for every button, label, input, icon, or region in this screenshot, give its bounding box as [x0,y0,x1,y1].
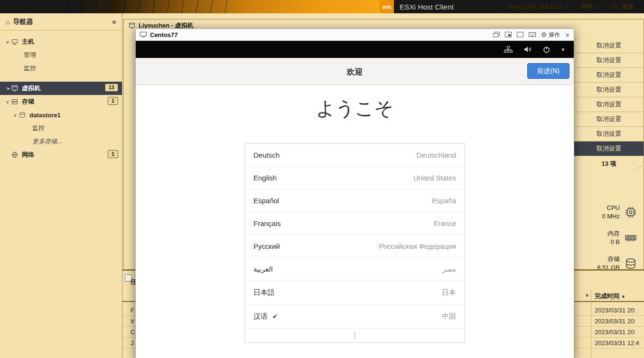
cpu-value: 0 MHz [602,212,620,221]
language-region: France [434,219,456,227]
language-row-deutsch[interactable]: Deutsch Deutschland [245,144,465,166]
chevron-down-icon[interactable]: ∨ [11,113,19,118]
language-name: 汉语 [253,312,268,321]
guest-screen-topbar: ▾ [136,41,574,58]
network-status-icon[interactable] [504,46,513,53]
help-menu[interactable]: 帮助 ▾ [574,0,605,13]
topbar-stripes-decor [0,0,380,13]
search-icon [612,3,618,10]
sidebar-item-storage[interactable]: ∨ 存储 1 [0,95,122,108]
language-region: مصر [442,265,456,273]
language-name: Русский [253,242,280,250]
power-icon[interactable] [543,46,550,53]
database-icon [625,257,637,270]
items-count: 13 项 [574,160,644,168]
search-button[interactable]: 搜索 [605,0,644,13]
sidebar-item-label: datastore1 [29,112,61,119]
chevron-down-icon[interactable]: ▾ [561,47,564,53]
navigator-header: ⌂ 导航器 « [0,13,122,30]
console-titlebar[interactable]: Centos77 [136,29,574,41]
language-name: Deutsch [253,151,280,159]
language-name: Français [253,219,281,227]
memory-value: 0 B [607,238,620,246]
cancel-settings-button[interactable]: 取消设置 [574,112,644,127]
vm-count-badge: 13 [105,84,118,92]
task-done-time: 2023/03/31 12:4 [595,339,639,347]
language-row-japanese[interactable]: 日本語 日本 [245,281,465,304]
check-icon: ✔ [272,313,278,320]
keyboard-icon[interactable] [529,32,536,38]
sidebar-item-more-storage[interactable]: 更多存储... [0,135,122,148]
sidebar-item-datastore1[interactable]: ∨ datastore1 [0,108,122,122]
gear-icon: ⚙ [541,31,547,38]
column-header-label: 完成时间 [595,292,619,300]
topbar-right: root@192.168.2.25 ▾ 帮助 ▾ 搜索 [501,0,644,13]
language-row-espanol[interactable]: Español España [245,189,465,212]
home-icon: ⌂ [6,18,9,26]
chevron-down-icon: ▾ [565,4,567,9]
memory-stat: 内存 0 B [607,229,637,246]
chevron-down-icon[interactable]: ∨ [585,292,589,298]
storage-count-badge: 1 [108,97,118,105]
sidebar-item-monitor[interactable]: 监控 [0,62,122,75]
actions-label: 操作 [549,31,560,39]
navigator-sidebar: ⌂ 导航器 « ∨ 主机 管理 监控 ∨ [0,13,122,358]
close-icon[interactable]: × [565,31,569,39]
chevron-down-icon[interactable]: ∨ [4,39,11,45]
language-row-russian[interactable]: Русский Российская Федерация [245,235,465,257]
chevron-down-icon[interactable]: ∨ [4,99,11,104]
fullscreen-icon[interactable] [517,32,523,38]
sidebar-item-host[interactable]: ∨ 主机 [0,35,122,48]
collapse-sidebar-button[interactable]: « [112,18,116,26]
sort-desc-icon: ▼ [621,294,625,299]
language-name: العربية [253,265,273,273]
sidebar-item-label: 监控 [32,124,45,132]
sidebar-item-manage[interactable]: 管理 [0,48,122,62]
network-icon [11,151,20,158]
host-stats: CPU 0 MHz 内存 0 B [597,204,637,270]
language-row-francais[interactable]: Français France [245,212,465,235]
cancel-settings-button[interactable]: 取消设置 [574,38,644,53]
tree-spacer [0,75,122,82]
storage-label: 存储 [597,255,620,264]
cancel-settings-button[interactable]: 取消设置 [574,53,644,68]
fit-window-icon[interactable] [505,32,512,38]
cancel-settings-button[interactable]: 取消设置 [574,83,644,97]
sidebar-item-networking[interactable]: 网络 1 [0,148,122,161]
language-name: Español [253,197,279,205]
language-row-chinese-selected[interactable]: 汉语 ✔ 中国 [245,304,465,328]
language-row-arabic[interactable]: العربية مصر [245,257,465,281]
sidebar-item-virtual-machines[interactable]: ∨ 虚拟机 13 [0,82,122,95]
cancel-settings-button[interactable]: 取消设置 [574,68,644,83]
cancel-settings-button[interactable]: 取消设置 [574,127,644,141]
more-languages-indicator[interactable]: ⋮ [245,328,465,342]
cancel-settings-button-selected[interactable]: 取消设置 [574,141,644,156]
language-region: España [432,197,456,205]
language-row-english[interactable]: English United States [245,166,465,189]
vm-table-action-column: 取消设置 取消设置 取消设置 取消设置 取消设置 取消设置 取消设置 取消设置 [574,38,644,156]
continue-button[interactable]: 前进(N) [527,63,569,79]
console-title: Centos77 [150,31,178,38]
float-window-icon[interactable] [493,32,500,38]
language-name: 日本語 [253,288,275,297]
chevron-down-icon: ▾ [596,4,598,9]
task-name-fragment: Ir [131,318,134,325]
host-icon [11,38,20,45]
volume-icon[interactable] [524,46,532,53]
cpu-label: CPU [602,204,620,212]
actions-menu-button[interactable]: ⚙ 操作 [541,31,560,39]
language-region: United States [413,174,456,182]
top-bar: vm ESXi Host Client root@192.168.2.25 ▾ … [0,0,644,13]
chevron-right-icon[interactable]: ∨ [5,85,10,92]
task-done-time: 2023/03/31 20: [595,307,636,314]
storage-icon [11,98,20,105]
sidebar-item-label: 更多存储... [32,137,62,146]
column-header-done-time[interactable]: 完成时间▼ [595,292,625,301]
memory-label: 内存 [607,229,620,238]
network-count-badge: 1 [108,150,118,158]
cancel-settings-button[interactable]: 取消设置 [574,97,644,112]
sidebar-item-datastore-monitor[interactable]: 监控 [0,122,122,135]
task-done-time: 2023/03/31 20: [595,318,636,325]
user-menu[interactable]: root@192.168.2.25 ▾ [501,0,573,13]
search-label: 搜索 [621,2,634,11]
